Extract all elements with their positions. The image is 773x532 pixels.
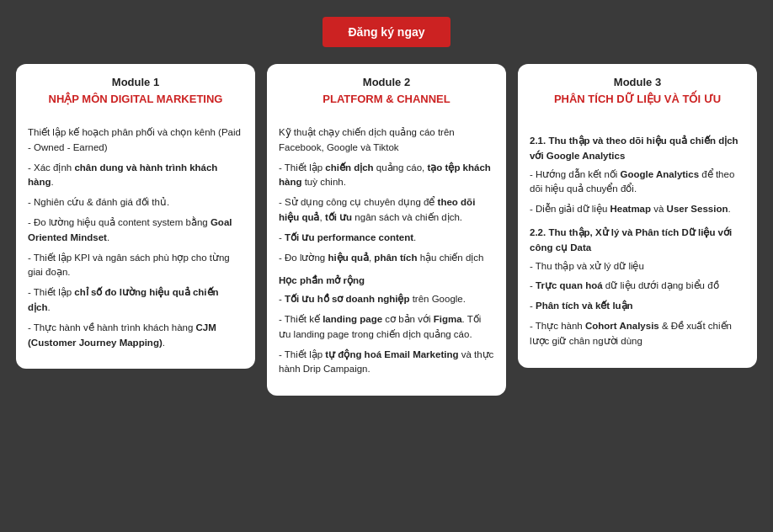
module-title-2: PLATFORM & CHANNEL (323, 93, 450, 105)
content-paragraph: Học phần mở rộng (279, 274, 494, 289)
content-paragraph: - Phân tích và kết luận (530, 299, 745, 314)
content-paragraph: - Thiết lập chỉ số đo lường hiệu quả chi… (28, 285, 243, 316)
content-paragraph: - Thiết lập tự động hoá Email Marketing … (279, 348, 494, 378)
module-header-1: Module 1NHẬP MÔN DIGITAL MARKETING (16, 64, 255, 115)
module-body-1: Thiết lập kế hoạch phân phối và chọn kên… (16, 115, 255, 351)
content-paragraph: - Thu thập và xử lý dữ liệu (530, 259, 745, 274)
content-paragraph: Thiết lập kế hoạch phân phối và chọn kên… (28, 125, 243, 156)
content-paragraph: - Thực hành Cohort Analysis & Đề xuất ch… (530, 319, 745, 349)
content-paragraph: - Thiết lập KPI và ngân sách phù hợp cho… (28, 251, 243, 281)
content-paragraph: - Diễn giải dữ liệu Heatmap và User Sess… (530, 202, 745, 217)
module-body-3: 2.1. Thu thập và theo dõi hiệu quả chiến… (518, 115, 757, 349)
module-body-2: Kỹ thuật chạy chiến dịch quảng cáo trên … (267, 115, 506, 377)
modules-container: Module 1NHẬP MÔN DIGITAL MARKETINGThiết … (16, 64, 757, 396)
module-card-3: Module 3PHÂN TÍCH DỮ LIỆU VÀ TỐI ƯU2.1. … (518, 64, 757, 368)
module-card-2: Module 2PLATFORM & CHANNELKỹ thuật chạy … (267, 64, 506, 396)
module-number-2: Module 2 (275, 76, 498, 88)
module-number-1: Module 1 (24, 76, 247, 88)
content-paragraph: - Đo lường hiệu quả content system bằng … (28, 215, 243, 246)
module-header-2: Module 2PLATFORM & CHANNEL (267, 64, 506, 115)
content-paragraph: - Đo lường hiệu quả, phân tích hậu chiến… (279, 251, 494, 266)
module-title-1: NHẬP MÔN DIGITAL MARKETING (49, 93, 223, 105)
content-paragraph: - Tối ưu hồ sơ doanh nghiệp trên Google. (279, 292, 494, 307)
content-paragraph: 2.1. Thu thập và theo dõi hiệu quả chiến… (530, 134, 745, 164)
module-title-3: PHÂN TÍCH DỮ LIỆU VÀ TỐI ƯU (554, 93, 721, 105)
module-card-1: Module 1NHẬP MÔN DIGITAL MARKETINGThiết … (16, 64, 255, 369)
content-paragraph: - Xác định chân dung và hành trình khách… (28, 161, 243, 191)
content-paragraph: - Thiết kế landing page cơ bản với Figma… (279, 312, 494, 343)
module-number-3: Module 3 (526, 76, 749, 88)
content-paragraph: - Nghiên cứu & đánh giá đối thủ. (28, 195, 243, 210)
content-paragraph: - Thực hành về hành trình khách hàng CJM… (28, 321, 243, 351)
content-paragraph: - Trực quan hoá dữ liệu dưới dạng biểu đ… (530, 279, 745, 294)
content-paragraph: - Hướng dẫn kết nối Google Analytics để … (530, 168, 745, 198)
content-paragraph: - Thiết lập chiến dịch quảng cáo, tạo tệ… (279, 161, 494, 191)
content-paragraph: 2.2. Thu thập, Xử lý và Phân tích Dữ liệ… (530, 226, 745, 256)
content-paragraph: Kỹ thuật chạy chiến dịch quảng cáo trên … (279, 125, 494, 156)
content-paragraph: - Sử dụng công cụ chuyên dụng để theo dõ… (279, 195, 494, 226)
content-paragraph: - Tối ưu performance content. (279, 231, 494, 246)
register-button[interactable]: Đăng ký ngay (323, 17, 450, 47)
module-header-3: Module 3PHÂN TÍCH DỮ LIỆU VÀ TỐI ƯU (518, 64, 757, 115)
